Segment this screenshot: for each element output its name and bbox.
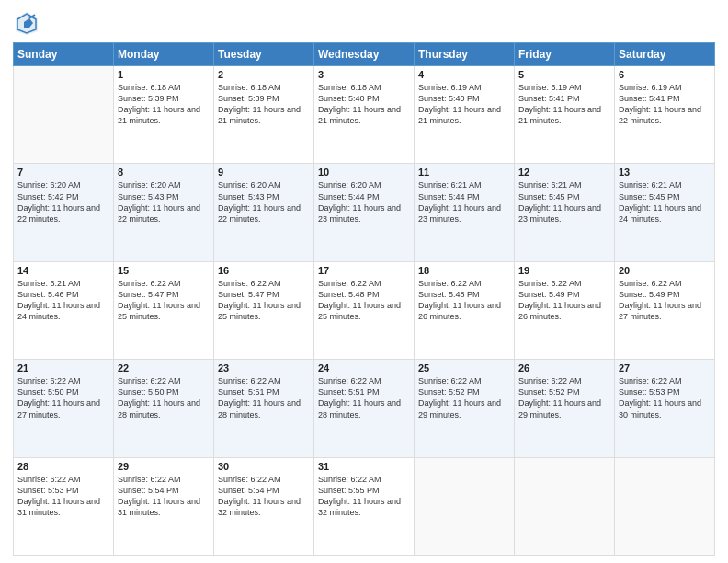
day-number: 15 <box>118 265 210 276</box>
day-number: 8 <box>118 167 210 178</box>
calendar-cell: 16Sunrise: 6:22 AMSunset: 5:47 PMDayligh… <box>214 261 314 359</box>
calendar-cell: 3Sunrise: 6:18 AMSunset: 5:40 PMDaylight… <box>314 66 415 164</box>
day-number: 21 <box>17 362 109 373</box>
cell-details: Sunrise: 6:22 AMSunset: 5:53 PMDaylight:… <box>619 375 711 420</box>
calendar-cell: 21Sunrise: 6:22 AMSunset: 5:50 PMDayligh… <box>14 360 114 457</box>
header <box>13 9 715 37</box>
calendar-header-thursday: Thursday <box>415 43 515 66</box>
calendar-cell: 23Sunrise: 6:22 AMSunset: 5:51 PMDayligh… <box>214 360 314 457</box>
cell-details: Sunrise: 6:20 AMSunset: 5:42 PMDaylight:… <box>17 179 109 224</box>
cell-details: Sunrise: 6:22 AMSunset: 5:47 PMDaylight:… <box>118 278 210 323</box>
cell-details: Sunrise: 6:18 AMSunset: 5:39 PMDaylight:… <box>118 82 210 127</box>
cell-details: Sunrise: 6:21 AMSunset: 5:46 PMDaylight:… <box>17 278 109 323</box>
cell-details: Sunrise: 6:21 AMSunset: 5:45 PMDaylight:… <box>518 179 610 224</box>
cell-details: Sunrise: 6:22 AMSunset: 5:54 PMDaylight:… <box>118 474 210 519</box>
day-number: 17 <box>318 265 410 276</box>
calendar-cell: 8Sunrise: 6:20 AMSunset: 5:43 PMDaylight… <box>114 164 214 261</box>
calendar-cell: 4Sunrise: 6:19 AMSunset: 5:40 PMDaylight… <box>415 66 515 164</box>
calendar-cell: 1Sunrise: 6:18 AMSunset: 5:39 PMDaylight… <box>114 66 214 164</box>
day-number: 27 <box>619 362 711 373</box>
calendar-cell: 14Sunrise: 6:21 AMSunset: 5:46 PMDayligh… <box>14 261 114 359</box>
cell-details: Sunrise: 6:22 AMSunset: 5:52 PMDaylight:… <box>518 375 610 420</box>
calendar-cell: 17Sunrise: 6:22 AMSunset: 5:48 PMDayligh… <box>314 261 415 359</box>
day-number: 12 <box>518 167 610 178</box>
day-number: 20 <box>619 265 711 276</box>
day-number: 10 <box>318 167 410 178</box>
calendar-cell: 15Sunrise: 6:22 AMSunset: 5:47 PMDayligh… <box>114 261 214 359</box>
calendar-week-row: 14Sunrise: 6:21 AMSunset: 5:46 PMDayligh… <box>14 261 715 359</box>
calendar-cell <box>415 457 515 555</box>
calendar-cell: 27Sunrise: 6:22 AMSunset: 5:53 PMDayligh… <box>615 360 715 457</box>
calendar-cell: 25Sunrise: 6:22 AMSunset: 5:52 PMDayligh… <box>415 360 515 457</box>
calendar-week-row: 28Sunrise: 6:22 AMSunset: 5:53 PMDayligh… <box>14 457 715 555</box>
cell-details: Sunrise: 6:18 AMSunset: 5:40 PMDaylight:… <box>318 82 410 127</box>
day-number: 3 <box>318 69 410 80</box>
cell-details: Sunrise: 6:21 AMSunset: 5:45 PMDaylight:… <box>619 179 711 224</box>
cell-details: Sunrise: 6:22 AMSunset: 5:53 PMDaylight:… <box>17 474 109 519</box>
cell-details: Sunrise: 6:20 AMSunset: 5:44 PMDaylight:… <box>318 179 410 224</box>
cell-details: Sunrise: 6:19 AMSunset: 5:41 PMDaylight:… <box>619 82 711 127</box>
calendar-cell: 5Sunrise: 6:19 AMSunset: 5:41 PMDaylight… <box>515 66 615 164</box>
calendar-cell: 12Sunrise: 6:21 AMSunset: 5:45 PMDayligh… <box>515 164 615 261</box>
cell-details: Sunrise: 6:20 AMSunset: 5:43 PMDaylight:… <box>118 179 210 224</box>
day-number: 25 <box>418 362 510 373</box>
cell-details: Sunrise: 6:22 AMSunset: 5:47 PMDaylight:… <box>218 278 310 323</box>
calendar-cell <box>615 457 715 555</box>
logo <box>13 9 44 37</box>
calendar-cell: 7Sunrise: 6:20 AMSunset: 5:42 PMDaylight… <box>14 164 114 261</box>
calendar-cell: 11Sunrise: 6:21 AMSunset: 5:44 PMDayligh… <box>415 164 515 261</box>
day-number: 5 <box>518 69 610 80</box>
calendar-header-wednesday: Wednesday <box>314 43 415 66</box>
page: SundayMondayTuesdayWednesdayThursdayFrid… <box>0 0 728 563</box>
calendar-cell: 24Sunrise: 6:22 AMSunset: 5:51 PMDayligh… <box>314 360 415 457</box>
day-number: 6 <box>619 69 711 80</box>
logo-icon <box>13 9 40 37</box>
day-number: 23 <box>218 362 310 373</box>
calendar-week-row: 21Sunrise: 6:22 AMSunset: 5:50 PMDayligh… <box>14 360 715 457</box>
calendar-cell: 13Sunrise: 6:21 AMSunset: 5:45 PMDayligh… <box>615 164 715 261</box>
calendar-cell: 30Sunrise: 6:22 AMSunset: 5:54 PMDayligh… <box>214 457 314 555</box>
calendar-cell: 31Sunrise: 6:22 AMSunset: 5:55 PMDayligh… <box>314 457 415 555</box>
calendar-cell: 28Sunrise: 6:22 AMSunset: 5:53 PMDayligh… <box>14 457 114 555</box>
day-number: 7 <box>17 167 109 178</box>
cell-details: Sunrise: 6:22 AMSunset: 5:49 PMDaylight:… <box>518 278 610 323</box>
day-number: 14 <box>17 265 109 276</box>
calendar-cell: 18Sunrise: 6:22 AMSunset: 5:48 PMDayligh… <box>415 261 515 359</box>
cell-details: Sunrise: 6:22 AMSunset: 5:54 PMDaylight:… <box>218 474 310 519</box>
cell-details: Sunrise: 6:19 AMSunset: 5:40 PMDaylight:… <box>418 82 510 127</box>
calendar-cell: 19Sunrise: 6:22 AMSunset: 5:49 PMDayligh… <box>515 261 615 359</box>
day-number: 9 <box>218 167 310 178</box>
day-number: 2 <box>218 69 310 80</box>
calendar-header-monday: Monday <box>114 43 214 66</box>
cell-details: Sunrise: 6:22 AMSunset: 5:52 PMDaylight:… <box>418 375 510 420</box>
day-number: 31 <box>318 461 410 472</box>
calendar-cell: 6Sunrise: 6:19 AMSunset: 5:41 PMDaylight… <box>615 66 715 164</box>
calendar-header-saturday: Saturday <box>615 43 715 66</box>
calendar-cell <box>515 457 615 555</box>
calendar-cell: 22Sunrise: 6:22 AMSunset: 5:50 PMDayligh… <box>114 360 214 457</box>
day-number: 19 <box>518 265 610 276</box>
cell-details: Sunrise: 6:22 AMSunset: 5:51 PMDaylight:… <box>218 375 310 420</box>
calendar-table: SundayMondayTuesdayWednesdayThursdayFrid… <box>13 42 715 556</box>
day-number: 18 <box>418 265 510 276</box>
day-number: 26 <box>518 362 610 373</box>
cell-details: Sunrise: 6:22 AMSunset: 5:48 PMDaylight:… <box>318 278 410 323</box>
cell-details: Sunrise: 6:22 AMSunset: 5:51 PMDaylight:… <box>318 375 410 420</box>
cell-details: Sunrise: 6:21 AMSunset: 5:44 PMDaylight:… <box>418 179 510 224</box>
day-number: 28 <box>17 461 109 472</box>
calendar-cell: 2Sunrise: 6:18 AMSunset: 5:39 PMDaylight… <box>214 66 314 164</box>
cell-details: Sunrise: 6:22 AMSunset: 5:48 PMDaylight:… <box>418 278 510 323</box>
cell-details: Sunrise: 6:22 AMSunset: 5:55 PMDaylight:… <box>318 474 410 519</box>
calendar-cell: 29Sunrise: 6:22 AMSunset: 5:54 PMDayligh… <box>114 457 214 555</box>
cell-details: Sunrise: 6:22 AMSunset: 5:49 PMDaylight:… <box>619 278 711 323</box>
day-number: 22 <box>118 362 210 373</box>
day-number: 4 <box>418 69 510 80</box>
calendar-cell: 9Sunrise: 6:20 AMSunset: 5:43 PMDaylight… <box>214 164 314 261</box>
day-number: 1 <box>118 69 210 80</box>
cell-details: Sunrise: 6:20 AMSunset: 5:43 PMDaylight:… <box>218 179 310 224</box>
calendar-cell: 20Sunrise: 6:22 AMSunset: 5:49 PMDayligh… <box>615 261 715 359</box>
calendar-cell: 26Sunrise: 6:22 AMSunset: 5:52 PMDayligh… <box>515 360 615 457</box>
calendar-header-tuesday: Tuesday <box>214 43 314 66</box>
day-number: 30 <box>218 461 310 472</box>
cell-details: Sunrise: 6:22 AMSunset: 5:50 PMDaylight:… <box>118 375 210 420</box>
